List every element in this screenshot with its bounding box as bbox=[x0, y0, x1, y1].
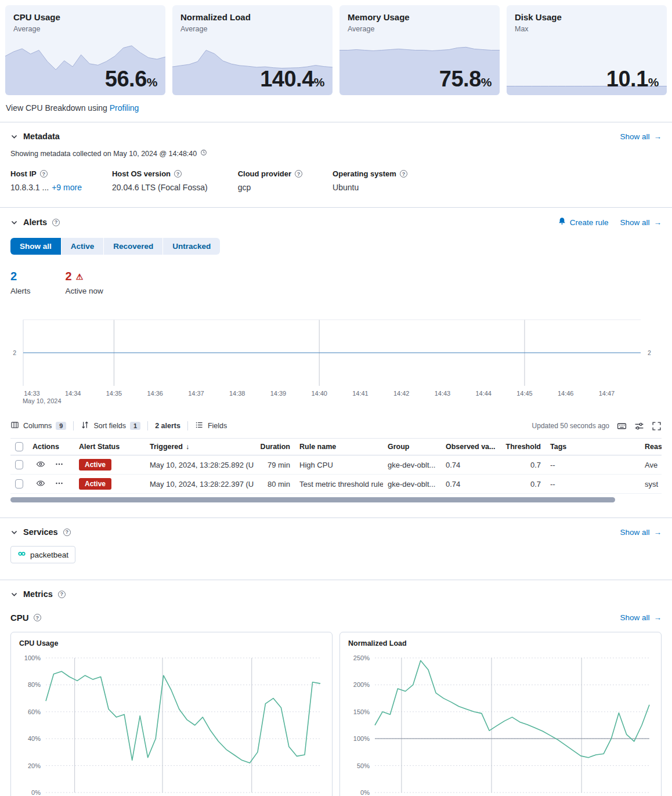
column-header-triggered[interactable]: Triggered↓ bbox=[145, 439, 257, 455]
alert-status-badge: Active bbox=[79, 478, 111, 490]
cpu-usage-chart[interactable]: 0%20%40%60%80%100%14:30May 10, 202414:35… bbox=[16, 654, 325, 796]
svg-text:14:35: 14:35 bbox=[106, 390, 122, 397]
fullscreen-icon[interactable] bbox=[652, 421, 662, 431]
question-icon[interactable]: ? bbox=[40, 170, 48, 178]
field-value: Ubuntu bbox=[333, 183, 359, 192]
alerts-table: ActionsAlert StatusTriggered↓DurationRul… bbox=[10, 438, 662, 494]
arrow-right-icon: → bbox=[654, 218, 662, 227]
view-alert-eye-icon[interactable] bbox=[36, 479, 45, 490]
create-rule-link[interactable]: Create rule bbox=[558, 217, 609, 227]
svg-text:May 10, 2024: May 10, 2024 bbox=[23, 397, 62, 404]
cpu-usage-chart-panel: CPU Usage 0%20%40%60%80%100%14:30May 10,… bbox=[10, 632, 333, 796]
packetbeat-icon bbox=[17, 549, 26, 560]
kpi-card-memory-usage[interactable]: Memory Usage Average 75.8% bbox=[339, 5, 500, 95]
services-show-all-link[interactable]: Show all → bbox=[620, 528, 662, 537]
more-actions-icon[interactable] bbox=[55, 459, 64, 471]
question-icon[interactable]: ? bbox=[34, 614, 41, 621]
table-row: ActiveMay 10, 2024, 13:28:25.892 (U79 mi… bbox=[10, 455, 662, 475]
normalized-load-chart[interactable]: 0%50%100%150%200%250%14:30May 10, 202414… bbox=[345, 654, 654, 796]
kpi-title: Normalized Load bbox=[180, 12, 251, 22]
chevron-down-icon[interactable] bbox=[10, 591, 18, 598]
chevron-down-icon[interactable] bbox=[10, 133, 18, 140]
table-cell bbox=[28, 475, 74, 493]
alerts-show-all-link[interactable]: Show all → bbox=[620, 218, 662, 227]
table-cell: 80 min bbox=[257, 475, 295, 493]
field-label: Host OS version bbox=[112, 169, 171, 178]
service-chip-packetbeat[interactable]: packetbeat bbox=[10, 546, 75, 563]
stat-number: 2 bbox=[10, 270, 17, 283]
question-icon[interactable]: ? bbox=[174, 170, 182, 178]
scrollbar-thumb[interactable] bbox=[10, 497, 615, 502]
normalized-load-chart-panel: Normalized Load 0%50%100%150%200%250%14:… bbox=[339, 632, 662, 796]
question-icon[interactable]: ? bbox=[58, 591, 66, 598]
show-all-label: Show all bbox=[620, 528, 649, 537]
column-header-group[interactable]: Group bbox=[383, 439, 441, 455]
column-header-tags[interactable]: Tags bbox=[545, 439, 640, 455]
filter-show-all-button[interactable]: Show all bbox=[10, 238, 62, 255]
row-checkbox[interactable] bbox=[15, 460, 23, 469]
filter-untracked-button[interactable]: Untracked bbox=[163, 238, 220, 255]
more-actions-icon[interactable] bbox=[55, 479, 64, 490]
display-options-icon[interactable] bbox=[634, 421, 644, 431]
more-ips-link[interactable]: +9 more bbox=[52, 183, 82, 192]
kpi-card-disk-usage[interactable]: Disk Usage Max 10.1% bbox=[507, 5, 667, 95]
column-header-duration[interactable]: Duration bbox=[257, 439, 295, 455]
svg-text:14:39: 14:39 bbox=[270, 390, 287, 397]
column-header-alert-status[interactable]: Alert Status bbox=[74, 439, 145, 455]
profiling-link[interactable]: Profiling bbox=[110, 103, 139, 113]
stat-active-now: 2⚠ Active now bbox=[66, 270, 103, 295]
table-cell: -- bbox=[545, 455, 640, 474]
column-header-threshold[interactable]: Threshold bbox=[496, 439, 545, 455]
columns-button[interactable]: Columns 9 bbox=[10, 421, 66, 431]
sort-fields-label: Sort fields bbox=[93, 422, 126, 430]
chevron-down-icon[interactable] bbox=[10, 529, 18, 536]
warning-icon: ⚠ bbox=[76, 272, 84, 281]
table-cell: High CPU bbox=[295, 455, 383, 474]
kpi-number: 56.6 bbox=[105, 67, 147, 91]
row-checkbox[interactable] bbox=[15, 479, 23, 489]
question-icon[interactable]: ? bbox=[52, 219, 60, 226]
select-all-checkbox[interactable] bbox=[15, 442, 23, 451]
svg-text:14:33: 14:33 bbox=[24, 390, 40, 397]
sort-fields-button[interactable]: Sort fields 1 bbox=[81, 421, 140, 431]
metrics-show-all-link[interactable]: Show all → bbox=[620, 613, 662, 622]
metadata-show-all-link[interactable]: Show all → bbox=[620, 132, 662, 141]
table-cell: Test metric threshold rule bbox=[295, 475, 383, 493]
column-header-actions[interactable]: Actions bbox=[28, 439, 74, 455]
column-header-rule-name[interactable]: Rule name bbox=[295, 439, 383, 455]
svg-text:40%: 40% bbox=[28, 735, 41, 742]
question-icon[interactable]: ? bbox=[295, 170, 302, 178]
select-all-cell[interactable] bbox=[10, 439, 28, 455]
column-header-observed-va-[interactable]: Observed va... bbox=[441, 439, 496, 455]
updated-text: Updated 50 seconds ago bbox=[532, 422, 609, 430]
metadata-section: Metadata Show all → Showing metadata col… bbox=[0, 122, 672, 207]
view-alert-eye-icon[interactable] bbox=[36, 459, 45, 471]
table-cell bbox=[10, 455, 28, 474]
kpi-number: 140.4 bbox=[260, 67, 314, 91]
fields-button[interactable]: Fields bbox=[195, 421, 227, 431]
keyboard-shortcuts-icon[interactable] bbox=[617, 421, 627, 431]
filter-active-button[interactable]: Active bbox=[62, 238, 104, 255]
column-header-reason[interactable]: Reason bbox=[640, 439, 662, 455]
kpi-head: Normalized Load Average bbox=[180, 12, 251, 33]
chevron-down-icon[interactable] bbox=[10, 219, 18, 226]
svg-text:14:38: 14:38 bbox=[229, 390, 245, 397]
field-value: 10.8.3.1 ... bbox=[10, 183, 49, 192]
alerts-table-toolbar: Columns 9 Sort fields 1 2 alerts Fields … bbox=[10, 421, 662, 431]
field-label: Cloud provider bbox=[238, 169, 291, 178]
kpi-card-cpu-usage[interactable]: CPU Usage Average 56.6% bbox=[5, 5, 165, 95]
kpi-subtitle: Average bbox=[13, 25, 60, 33]
filter-recovered-button[interactable]: Recovered bbox=[104, 238, 163, 255]
toolbar-divider bbox=[187, 421, 188, 430]
metadata-field-cloud-provider: Cloud provider? gcp bbox=[238, 169, 302, 192]
kpi-head: Memory Usage Average bbox=[348, 12, 410, 33]
stat-total-alerts: 2 Alerts bbox=[10, 270, 31, 295]
table-cell: Active bbox=[74, 475, 145, 493]
services-section: Services ? Show all → packetbeat bbox=[0, 518, 672, 580]
question-icon[interactable]: ? bbox=[400, 170, 407, 178]
kpi-card-normalized-load[interactable]: Normalized Load Average 140.4% bbox=[172, 5, 333, 95]
kpi-head: CPU Usage Average bbox=[13, 12, 60, 33]
question-icon[interactable]: ? bbox=[63, 529, 71, 536]
clock-icon bbox=[200, 149, 207, 158]
kpi-title: CPU Usage bbox=[13, 12, 60, 22]
